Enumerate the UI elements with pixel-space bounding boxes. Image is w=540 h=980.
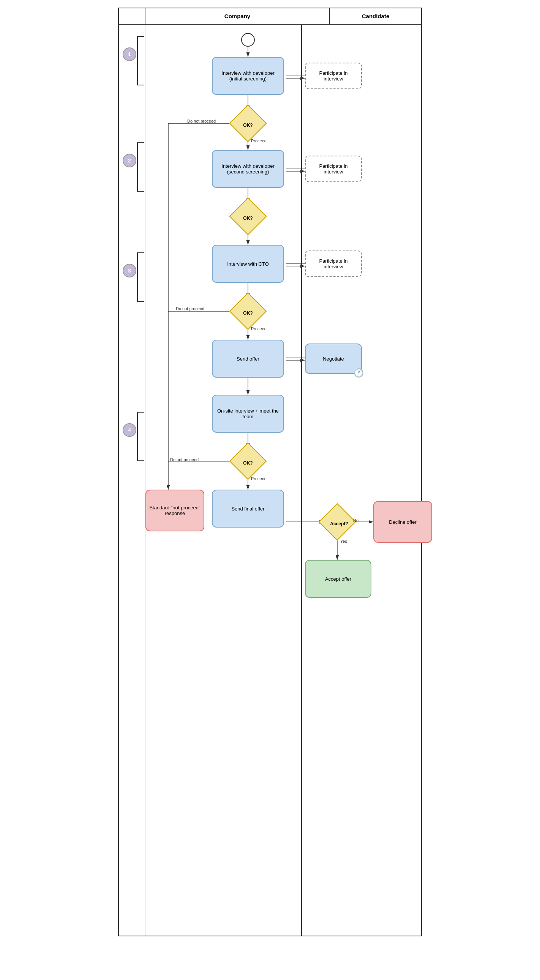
clock-icon: 🕐 xyxy=(354,368,364,378)
lanes-wrapper: Interview with developer (initial screen… xyxy=(145,25,421,935)
send-offer-label: Send offer xyxy=(237,356,260,362)
lane-bracket-2 xyxy=(137,142,144,192)
decline-offer-node: Decline offer xyxy=(373,501,432,543)
ok4-donotproceed-label: Do not proceed xyxy=(170,457,199,462)
lane-label-2: 2 xyxy=(123,154,136,167)
lane-label-4: 4 xyxy=(123,423,136,437)
participate2-node: Participate in interview xyxy=(305,156,362,182)
no-label: No xyxy=(353,518,358,523)
candidate-header: Candidate xyxy=(330,8,421,24)
participate3-node: Participate in interview xyxy=(305,250,362,277)
interview3-node: Interview with CTO xyxy=(212,245,284,283)
negotiate-label: Negotiate xyxy=(323,356,344,362)
accept-offer-node: Accept offer xyxy=(305,560,371,598)
lane-bracket-3 xyxy=(137,252,144,302)
ok4-proceed-label: Proceed xyxy=(251,476,267,481)
interview2-node: Interview with developer (second screeni… xyxy=(212,150,284,188)
accept-label: Accept? xyxy=(328,517,350,531)
send-offer-node: Send offer xyxy=(212,340,284,378)
ok3-proceed-label: Proceed xyxy=(251,326,267,331)
interview3-label: Interview with CTO xyxy=(227,261,269,267)
onsite-label: On-site interview + meet the team xyxy=(216,408,280,419)
interview1-node: Interview with developer (initial screen… xyxy=(212,57,284,95)
start-node xyxy=(241,33,255,47)
interview2-label: Interview with developer (second screeni… xyxy=(216,163,280,175)
participate2-label: Participate in interview xyxy=(309,163,358,175)
ok2-label: OK? xyxy=(240,212,256,225)
send-final-offer-node: Send final offer xyxy=(212,490,284,528)
lane-divider xyxy=(301,25,302,935)
company-header: Company xyxy=(145,8,330,24)
lane-bracket-1 xyxy=(137,36,144,85)
onsite-node: On-site interview + meet the team xyxy=(212,395,284,433)
standard-response-label: Standard "not proceed" response xyxy=(149,505,201,516)
left-margin: 1 2 3 4 xyxy=(119,25,145,935)
participate3-label: Participate in interview xyxy=(309,258,358,269)
ok3-label: OK? xyxy=(240,306,256,320)
lane-bracket-4 xyxy=(137,412,144,461)
ok1-donotproceed-label: Do not proceed xyxy=(187,119,216,123)
content-area: 1 2 3 4 xyxy=(119,25,421,935)
yes-label: Yes xyxy=(340,539,347,544)
lane-label-3: 3 xyxy=(123,264,136,277)
ok4-label: OK? xyxy=(240,456,256,470)
standard-response-node: Standard "not proceed" response xyxy=(145,490,204,531)
participate1-label: Participate in interview xyxy=(309,70,358,82)
send-final-offer-label: Send final offer xyxy=(231,506,264,512)
ok1-proceed-label: Proceed xyxy=(251,138,267,143)
header-row: Company Candidate xyxy=(119,8,421,25)
lane-label-1: 1 xyxy=(123,48,136,61)
accept-offer-label: Accept offer xyxy=(325,576,351,582)
decline-offer-label: Decline offer xyxy=(389,519,417,525)
ok1-label: OK? xyxy=(240,118,256,132)
ok3-donotproceed-label: Do not proceed xyxy=(176,306,204,311)
diagram-container: Company Candidate 1 2 3 4 xyxy=(118,8,422,936)
participate1-node: Participate in interview xyxy=(305,63,362,89)
interview1-label: Interview with developer (initial screen… xyxy=(216,70,280,82)
